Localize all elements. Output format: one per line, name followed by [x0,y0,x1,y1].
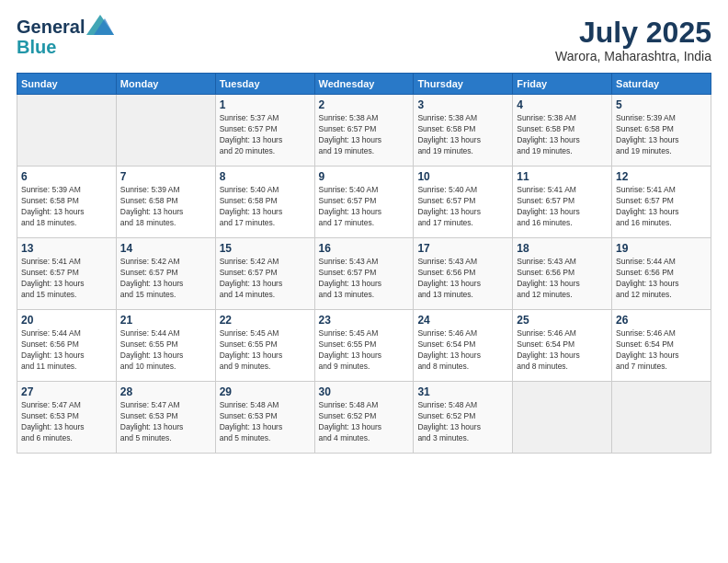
day-info: Sunrise: 5:48 AM Sunset: 6:53 PM Dayligh… [220,400,311,444]
day-number: 14 [120,242,211,255]
day-info: Sunrise: 5:40 AM Sunset: 6:57 PM Dayligh… [417,185,508,229]
table-row: 23Sunrise: 5:45 AM Sunset: 6:55 PM Dayli… [314,310,414,382]
day-info: Sunrise: 5:41 AM Sunset: 6:57 PM Dayligh… [616,185,707,229]
col-saturday: Saturday [612,74,711,95]
day-info: Sunrise: 5:44 AM Sunset: 6:56 PM Dayligh… [616,257,707,301]
table-row: 25Sunrise: 5:46 AM Sunset: 6:54 PM Dayli… [513,310,612,382]
day-info: Sunrise: 5:37 AM Sunset: 6:57 PM Dayligh… [220,113,311,157]
day-number: 7 [120,170,211,183]
table-row [116,95,215,167]
day-number: 24 [417,314,508,327]
table-row: 17Sunrise: 5:43 AM Sunset: 6:56 PM Dayli… [414,238,513,310]
day-info: Sunrise: 5:46 AM Sunset: 6:54 PM Dayligh… [616,328,707,373]
table-row: 28Sunrise: 5:47 AM Sunset: 6:53 PM Dayli… [116,382,215,454]
table-row: 2Sunrise: 5:38 AM Sunset: 6:57 PM Daylig… [314,95,414,167]
col-wednesday: Wednesday [314,74,414,95]
day-info: Sunrise: 5:41 AM Sunset: 6:57 PM Dayligh… [517,185,608,229]
table-row: 1Sunrise: 5:37 AM Sunset: 6:57 PM Daylig… [215,95,314,167]
calendar-week-2: 6Sunrise: 5:39 AM Sunset: 6:58 PM Daylig… [17,167,711,238]
calendar-header-row: Sunday Monday Tuesday Wednesday Thursday… [17,74,711,95]
logo-general: General [17,17,85,37]
day-info: Sunrise: 5:40 AM Sunset: 6:58 PM Dayligh… [220,185,311,229]
table-row: 3Sunrise: 5:38 AM Sunset: 6:58 PM Daylig… [414,95,513,167]
day-number: 6 [21,170,112,183]
day-info: Sunrise: 5:46 AM Sunset: 6:54 PM Dayligh… [517,328,608,373]
table-row: 8Sunrise: 5:40 AM Sunset: 6:58 PM Daylig… [215,167,314,238]
location: Warora, Maharashtra, India [555,49,711,63]
table-row: 7Sunrise: 5:39 AM Sunset: 6:58 PM Daylig… [116,167,215,238]
day-number: 1 [220,98,311,111]
day-info: Sunrise: 5:47 AM Sunset: 6:53 PM Dayligh… [21,400,112,444]
calendar-week-4: 20Sunrise: 5:44 AM Sunset: 6:56 PM Dayli… [17,310,711,382]
day-number: 19 [616,242,707,255]
day-info: Sunrise: 5:39 AM Sunset: 6:58 PM Dayligh… [616,113,707,157]
table-row: 18Sunrise: 5:43 AM Sunset: 6:56 PM Dayli… [513,238,612,310]
day-number: 17 [417,242,508,255]
day-number: 29 [220,385,311,398]
day-info: Sunrise: 5:45 AM Sunset: 6:55 PM Dayligh… [220,328,311,373]
day-number: 23 [319,314,410,327]
table-row: 30Sunrise: 5:48 AM Sunset: 6:52 PM Dayli… [314,382,414,454]
day-info: Sunrise: 5:43 AM Sunset: 6:56 PM Dayligh… [517,257,608,301]
day-number: 11 [517,170,608,183]
table-row: 12Sunrise: 5:41 AM Sunset: 6:57 PM Dayli… [612,167,711,238]
day-info: Sunrise: 5:47 AM Sunset: 6:53 PM Dayligh… [120,400,211,444]
day-number: 16 [319,242,410,255]
table-row: 27Sunrise: 5:47 AM Sunset: 6:53 PM Dayli… [17,382,117,454]
day-info: Sunrise: 5:40 AM Sunset: 6:57 PM Dayligh… [319,185,410,229]
table-row: 15Sunrise: 5:42 AM Sunset: 6:57 PM Dayli… [215,238,314,310]
col-sunday: Sunday [17,74,117,95]
day-number: 25 [517,314,608,327]
day-number: 10 [417,170,508,183]
day-number: 18 [517,242,608,255]
day-number: 21 [120,314,211,327]
page: General Blue July 2025 Warora, Maharasht… [0,0,728,563]
day-number: 9 [319,170,410,183]
table-row [17,95,117,167]
day-info: Sunrise: 5:39 AM Sunset: 6:58 PM Dayligh… [120,185,211,229]
table-row: 5Sunrise: 5:39 AM Sunset: 6:58 PM Daylig… [612,95,711,167]
day-number: 3 [417,98,508,111]
col-tuesday: Tuesday [215,74,314,95]
title-block: July 2025 Warora, Maharashtra, India [555,17,711,63]
day-number: 5 [616,98,707,111]
logo-icon [86,15,114,35]
table-row: 19Sunrise: 5:44 AM Sunset: 6:56 PM Dayli… [612,238,711,310]
logo-blue: Blue [17,37,114,57]
day-info: Sunrise: 5:41 AM Sunset: 6:57 PM Dayligh… [21,257,112,301]
table-row: 24Sunrise: 5:46 AM Sunset: 6:54 PM Dayli… [414,310,513,382]
table-row: 6Sunrise: 5:39 AM Sunset: 6:58 PM Daylig… [17,167,117,238]
table-row: 31Sunrise: 5:48 AM Sunset: 6:52 PM Dayli… [414,382,513,454]
calendar-week-3: 13Sunrise: 5:41 AM Sunset: 6:57 PM Dayli… [17,238,711,310]
col-thursday: Thursday [414,74,513,95]
day-number: 30 [319,385,410,398]
day-number: 2 [319,98,410,111]
day-info: Sunrise: 5:39 AM Sunset: 6:58 PM Dayligh… [21,185,112,229]
day-info: Sunrise: 5:45 AM Sunset: 6:55 PM Dayligh… [319,328,410,373]
logo: General Blue [17,17,114,57]
table-row: 14Sunrise: 5:42 AM Sunset: 6:57 PM Dayli… [116,238,215,310]
day-number: 26 [616,314,707,327]
calendar-week-1: 1Sunrise: 5:37 AM Sunset: 6:57 PM Daylig… [17,95,711,167]
day-info: Sunrise: 5:43 AM Sunset: 6:56 PM Dayligh… [417,257,508,301]
calendar-table: Sunday Monday Tuesday Wednesday Thursday… [17,73,711,454]
day-number: 8 [220,170,311,183]
day-number: 4 [517,98,608,111]
day-number: 28 [120,385,211,398]
table-row: 20Sunrise: 5:44 AM Sunset: 6:56 PM Dayli… [17,310,117,382]
day-number: 20 [21,314,112,327]
month-year: July 2025 [555,17,711,49]
table-row: 13Sunrise: 5:41 AM Sunset: 6:57 PM Dayli… [17,238,117,310]
day-info: Sunrise: 5:42 AM Sunset: 6:57 PM Dayligh… [220,257,311,301]
table-row: 22Sunrise: 5:45 AM Sunset: 6:55 PM Dayli… [215,310,314,382]
table-row: 29Sunrise: 5:48 AM Sunset: 6:53 PM Dayli… [215,382,314,454]
table-row: 9Sunrise: 5:40 AM Sunset: 6:57 PM Daylig… [314,167,414,238]
day-info: Sunrise: 5:43 AM Sunset: 6:57 PM Dayligh… [319,257,410,301]
day-number: 27 [21,385,112,398]
day-number: 31 [417,385,508,398]
table-row: 26Sunrise: 5:46 AM Sunset: 6:54 PM Dayli… [612,310,711,382]
day-number: 22 [220,314,311,327]
table-row: 16Sunrise: 5:43 AM Sunset: 6:57 PM Dayli… [314,238,414,310]
day-info: Sunrise: 5:48 AM Sunset: 6:52 PM Dayligh… [417,400,508,444]
day-number: 13 [21,242,112,255]
